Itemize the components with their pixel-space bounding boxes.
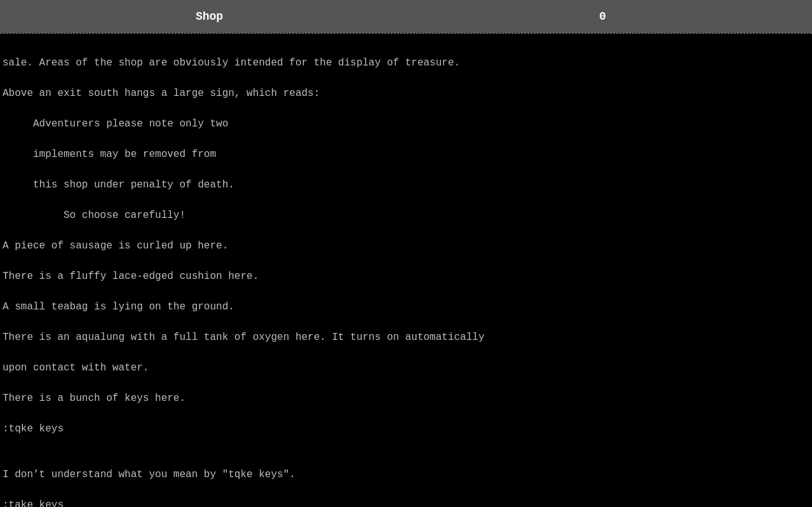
- game-text-line: Above an exit south hangs a large sign, …: [3, 86, 809, 101]
- game-text-line: upon contact with water.: [3, 360, 809, 375]
- game-text-line: There is a fluffy lace-edged cushion her…: [3, 269, 809, 284]
- blank-line: [3, 452, 809, 467]
- game-text-line: So choose carefully!: [3, 208, 809, 223]
- game-text-line: There is an aqualung with a full tank of…: [3, 330, 809, 345]
- game-text-line: sale. Areas of the shop are obviously in…: [3, 55, 809, 71]
- game-text-line: A piece of sausage is curled up here.: [3, 238, 809, 254]
- game-text-line: I don’t understand what you mean by "tqk…: [3, 467, 809, 482]
- game-text-line: Adventurers please note only two: [3, 116, 809, 132]
- game-text-line: There is a bunch of keys here.: [3, 391, 809, 406]
- command-input-line: :take keys: [3, 497, 809, 507]
- game-text-line: A small teabag is lying on the ground.: [3, 299, 809, 314]
- score-display: 0: [406, 10, 799, 23]
- game-text-line: implements may be removed from: [3, 147, 809, 162]
- header-bar: Shop 0: [0, 0, 812, 33]
- game-output: sale. Areas of the shop are obviously in…: [0, 34, 812, 507]
- game-text-line: this shop under penalty of death.: [3, 177, 809, 193]
- command-input-line: :tqke keys: [3, 421, 809, 436]
- location-title: Shop: [13, 10, 406, 23]
